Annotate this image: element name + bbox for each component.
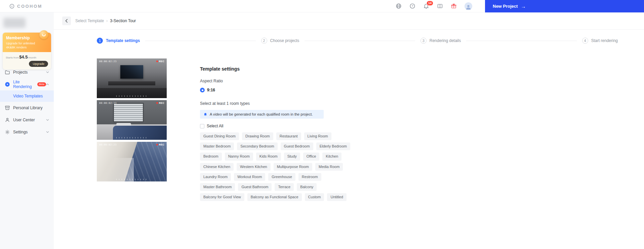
- room-type-chip[interactable]: Western Kitchen: [237, 163, 271, 171]
- coohom-logo-icon: [9, 3, 15, 9]
- library-icon: [5, 105, 10, 111]
- room-type-chip[interactable]: Media Room: [315, 163, 343, 171]
- select-all-option[interactable]: Select All: [200, 124, 350, 128]
- room-chip-row: Balcony for Good ViewBalcony as Function…: [200, 193, 350, 201]
- room-type-chip[interactable]: Guest Dining Room: [200, 132, 239, 140]
- avatar[interactable]: [465, 2, 472, 10]
- sidebar-item-projects[interactable]: Projects: [0, 66, 54, 78]
- gift-icon[interactable]: [451, 3, 457, 9]
- room-type-chip[interactable]: Restroom: [298, 173, 321, 181]
- gear-icon: [5, 129, 10, 135]
- sidebar-item-user-center[interactable]: User Center: [0, 114, 54, 126]
- room-type-chip[interactable]: Master Bedroom: [200, 142, 234, 150]
- room-type-chip[interactable]: Living Room: [304, 132, 331, 140]
- main-content: Select Template › 3-Section Tour 1 Templ…: [54, 12, 644, 249]
- room-type-chip[interactable]: Bedroom: [200, 153, 222, 160]
- room-chip-grid: Guest Dining RoomDrawing RoomRestaurantL…: [200, 132, 350, 201]
- membership-price: Starts from$4.5/month: [6, 54, 48, 59]
- radio-selected-icon[interactable]: [200, 88, 205, 92]
- help-icon[interactable]: ?: [409, 3, 415, 9]
- sidebar-item-settings[interactable]: Settings: [0, 126, 54, 138]
- sidebar-item-personal-library[interactable]: Personal Library: [0, 102, 54, 114]
- coohom-logo[interactable]: COOHOM: [9, 3, 42, 9]
- folder-icon: [5, 70, 10, 75]
- select-all-checkbox[interactable]: [200, 124, 204, 128]
- room-type-chip[interactable]: Drawing Room: [242, 132, 273, 140]
- room-type-chip[interactable]: Office: [303, 153, 320, 160]
- sidebar-item-lite-rendering[interactable]: Lite Rendering Beta: [0, 78, 54, 90]
- price-value: $4.5: [19, 54, 28, 59]
- room-type-chip[interactable]: Restaurant: [276, 132, 301, 140]
- notification-badge: 14: [427, 1, 433, 6]
- sidebar-item-label: Video Templates: [13, 94, 43, 98]
- select-all-label: Select All: [207, 124, 223, 128]
- room-type-chip[interactable]: Balcony for Good View: [200, 193, 244, 201]
- room-type-chip[interactable]: Terrace: [275, 183, 294, 191]
- room-type-chip[interactable]: Multipurpose Room: [274, 163, 312, 171]
- sidebar-item-video-templates[interactable]: Video Templates: [0, 90, 54, 102]
- room-type-chip[interactable]: Balcony: [297, 183, 317, 191]
- user-icon: [5, 117, 10, 123]
- notification-bell-icon[interactable]: 14: [423, 3, 429, 9]
- room-type-chip[interactable]: Secondary Bedroom: [237, 142, 277, 150]
- arrow-right-icon: →: [521, 3, 526, 9]
- step-label: Rendering details: [430, 38, 461, 43]
- chevron-down-icon: [46, 71, 49, 73]
- room-type-chip[interactable]: Chinese Kitchen: [200, 163, 234, 171]
- room-type-chip[interactable]: Kitchen: [322, 153, 341, 160]
- timecode: 00:00:02:23: [99, 60, 117, 63]
- sidebar-item-label: Projects: [13, 70, 28, 75]
- play-circle-icon: [5, 82, 10, 87]
- globe-icon[interactable]: [396, 3, 402, 9]
- sidebar-item-label: User Center: [13, 118, 35, 122]
- step-label: Template settings: [106, 38, 140, 43]
- room-type-chip[interactable]: Study: [284, 153, 300, 160]
- back-button[interactable]: [62, 16, 71, 25]
- room-type-chip[interactable]: Nanny Room: [225, 153, 253, 160]
- guide-book-icon[interactable]: [437, 3, 443, 9]
- aspect-ratio-value: 9:16: [207, 88, 215, 92]
- chevron-down-icon: [46, 131, 49, 133]
- room-type-chip[interactable]: Guest Bathroom: [238, 183, 272, 191]
- room-type-chip[interactable]: Guest Bedroom: [281, 142, 313, 150]
- preview-scene-tv-wall: [120, 65, 143, 79]
- rec-dot-icon: [156, 60, 158, 62]
- room-type-chip[interactable]: Custom: [305, 193, 324, 201]
- video-preview-frame-1[interactable]: 00:00:02:23 REC: [97, 58, 167, 98]
- video-preview-frame-3[interactable]: 00:00:02:23 REC: [97, 142, 167, 181]
- membership-card-top: Membership Upgrade for unlimited 4K&8K r…: [3, 33, 51, 52]
- room-type-chip[interactable]: Laundry Room: [200, 173, 231, 181]
- step-number: 1: [97, 38, 103, 44]
- room-type-chip[interactable]: Kids Room: [256, 153, 281, 160]
- aspect-ratio-option[interactable]: 9:16: [200, 88, 350, 92]
- header-icon-group: ? 14: [396, 2, 472, 10]
- room-type-chip[interactable]: Untitled: [327, 193, 346, 201]
- membership-smiley-icon: [39, 30, 48, 39]
- sidebar: Membership Upgrade for unlimited 4K&8K r…: [0, 12, 54, 249]
- chevron-up-icon: [46, 83, 49, 85]
- room-type-chip[interactable]: Workout Room: [234, 173, 265, 181]
- breadcrumb: Select Template › 3-Section Tour: [54, 12, 644, 30]
- chevron-down-icon: [46, 119, 49, 121]
- new-project-label: New Project: [493, 4, 518, 9]
- room-type-chip[interactable]: Master Bathroom: [200, 183, 235, 191]
- step-number: 4: [582, 38, 588, 44]
- step-label: Choose projects: [270, 38, 299, 43]
- template-preview-column: 00:00:02:23 REC 00:00:02:23 REC 00:00:02…: [97, 58, 167, 203]
- user-name-blurred: [3, 18, 26, 28]
- room-type-chip[interactable]: Elderly Bedroom: [316, 142, 350, 150]
- section-title: Template settings: [200, 66, 350, 72]
- settings-form: Template settings Aspect Ratio 9:16 Sele…: [200, 58, 350, 203]
- filmstrip-ruler: [116, 95, 147, 97]
- video-preview-frame-2[interactable]: 00:00:02:23 REC: [97, 100, 167, 140]
- step-connector: [145, 41, 255, 41]
- rec-dot-icon: [156, 144, 158, 146]
- step-connector: [466, 41, 576, 41]
- room-type-chip[interactable]: Greenhouse: [268, 173, 295, 181]
- room-type-chip[interactable]: Balcony as Functional Space: [247, 193, 302, 201]
- breadcrumb-parent[interactable]: Select Template: [75, 18, 104, 23]
- room-types-label: Select at least 1 room types: [200, 101, 350, 106]
- price-prefix: Starts from: [6, 56, 19, 59]
- new-project-button[interactable]: New Project →: [485, 0, 644, 12]
- sidebar-item-label: Settings: [13, 130, 28, 134]
